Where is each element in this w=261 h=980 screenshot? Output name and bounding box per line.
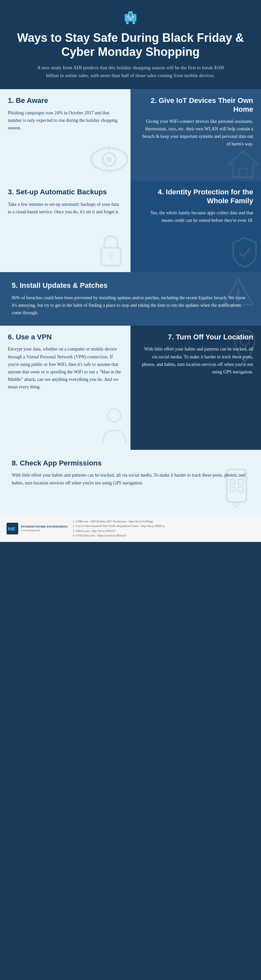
section-5-body: 80% of breaches could have been prevente…: [12, 294, 249, 317]
ine-logo-icon: INE: [6, 523, 18, 535]
section-3-tile: 3. Set-up Automatic Backups Take a few m…: [0, 181, 131, 272]
section-2-tile: 2. Give IoT Devices Their Own Home Givin…: [131, 89, 261, 181]
section-1-heading: 1. Be Aware: [8, 96, 123, 105]
sections-3-4-grid: 3. Set-up Automatic Backups Take a few m…: [0, 181, 261, 272]
section-2-body: Giving your WiFi-connect devices like pe…: [138, 118, 253, 148]
footer-ref-2: 2. Cisco's Talos Email & Web Traffic Rep…: [73, 523, 165, 528]
section-5-tile: 5. Install Updates & Patches 80% of brea…: [0, 272, 261, 326]
svg-rect-13: [239, 169, 247, 177]
svg-point-6: [130, 18, 131, 20]
section-1-body: Phishing campaigns rose 24% in October 2…: [8, 109, 123, 132]
footer: INE INTERNETWORK ENGINEERING www.ineteng…: [0, 515, 261, 542]
section-1-title: Be Aware: [16, 96, 48, 105]
section-3-number: 3.: [8, 188, 14, 196]
svg-point-1: [126, 22, 129, 24]
section-3-heading: 3. Set-up Automatic Backups: [8, 188, 123, 196]
section-8-body: With little effort your habits and patte…: [12, 471, 249, 487]
header-subtitle: A new study from ADI predicts that this …: [33, 64, 228, 83]
section-6-title: Use a VPN: [16, 333, 52, 341]
section-8-tile: 8. Check App Permissions With little eff…: [0, 450, 261, 515]
section-5-title: Install Updates & Patches: [20, 281, 108, 290]
footer-ref-1: 1. COM.com - ADI Holiday 2017 Prediction…: [73, 519, 165, 523]
section-5-number: 5.: [12, 281, 17, 290]
footer-website: www.ineteng.com: [21, 529, 68, 532]
sections-6-7-grid: 6. Use a VPN Encrypt your data, whether …: [0, 326, 261, 450]
section-6-tile: 6. Use a VPN Encrypt your data, whether …: [0, 326, 131, 450]
section-7-tile: 7. Turn Off Your Location With little ef…: [131, 326, 261, 450]
cart-icon-container: [13, 10, 248, 27]
section-8-number: 8.: [12, 459, 17, 467]
sections-1-2-grid: 1. Be Aware Phishing campaigns rose 24% …: [0, 89, 261, 181]
svg-rect-24: [230, 479, 235, 484]
section-2-title: Give IoT Devices Their Own Home: [158, 96, 253, 113]
footer-ref-4: 4. USA2today.com - https://usaiti.ly/2B1…: [73, 533, 165, 538]
section-2-number: 2.: [151, 96, 157, 105]
section-2-heading: 2. Give IoT Devices Their Own Home: [138, 96, 253, 114]
page-title: Ways to Stay Safe During Black Friday & …: [13, 31, 248, 59]
section-4-number: 4.: [158, 188, 164, 196]
svg-point-20: [108, 409, 121, 422]
svg-rect-16: [110, 255, 112, 260]
section-8-title: Check App Permissions: [20, 459, 101, 467]
footer-company-name: INTERNETWORK ENGINEERING: [21, 525, 68, 529]
section-6-body: Encrypt your data, whether on a computer…: [8, 345, 123, 391]
footer-references: 1. COM.com - ADI Holiday 2017 Prediction…: [73, 519, 165, 538]
shield-icon: [230, 236, 259, 269]
section-1-tile: 1. Be Aware Phishing campaigns rose 24% …: [0, 89, 131, 181]
section-5-heading: 5. Install Updates & Patches: [12, 281, 249, 290]
phone-icon: [222, 468, 251, 510]
house-icon: [227, 150, 259, 179]
svg-point-9: [107, 157, 112, 162]
section-6-heading: 6. Use a VPN: [8, 333, 123, 341]
section-3-body: Take a few minutes to set-up automatic b…: [8, 200, 123, 216]
location-pin-icon: [232, 329, 258, 365]
svg-point-2: [133, 22, 135, 24]
svg-text:INE: INE: [8, 526, 15, 531]
section-6-number: 6.: [8, 333, 14, 341]
eye-icon: [90, 145, 129, 174]
section-4-tile: 4. Identity Protection for the Whole Fam…: [131, 181, 261, 272]
section-4-heading: 4. Identity Protection for the Whole Fam…: [138, 188, 253, 205]
lock-icon: [95, 233, 127, 269]
section-3-title: Set-up Automatic Backups: [16, 188, 107, 196]
svg-point-21: [240, 337, 249, 345]
svg-rect-26: [230, 487, 235, 492]
section-8-heading: 8. Check App Permissions: [12, 459, 249, 468]
section-1-number: 1.: [8, 96, 14, 105]
svg-marker-12: [228, 151, 258, 177]
footer-logo: INE INTERNETWORK ENGINEERING www.ineteng…: [6, 523, 68, 535]
section-4-title: Identity Protection for the Whole Family: [166, 188, 253, 205]
header: Ways to Stay Safe During Black Friday & …: [0, 0, 261, 89]
footer-ref-3: 3. eWeek.com - http://bit.ly/2B3jVV: [73, 528, 165, 533]
shopping-cart-icon: [121, 10, 140, 26]
svg-rect-25: [238, 479, 243, 484]
warning-icon: [222, 277, 255, 306]
person-icon: [100, 407, 129, 447]
svg-point-19: [237, 299, 239, 302]
section-4-body: Yes, the whole family because apps colle…: [138, 209, 253, 224]
section-7-number: 7.: [168, 333, 174, 341]
svg-rect-27: [238, 487, 243, 492]
